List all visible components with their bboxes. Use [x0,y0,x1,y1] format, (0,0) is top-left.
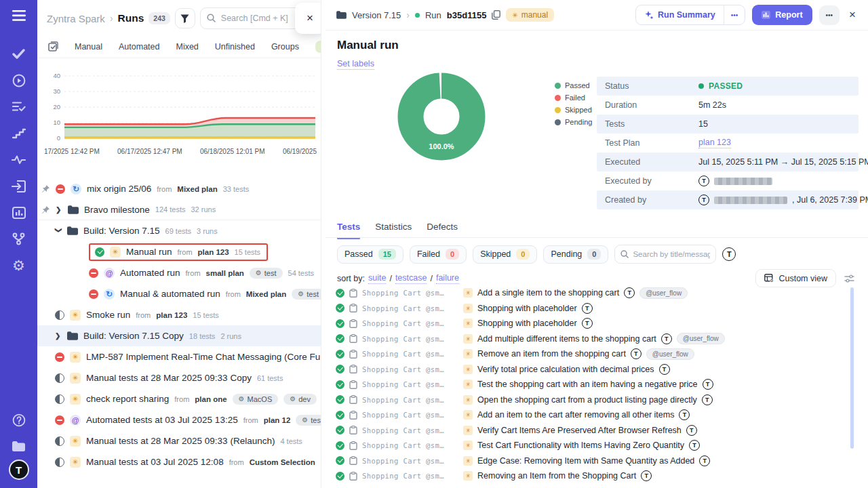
tab-automated[interactable]: Automated [119,42,159,52]
test-title[interactable]: Edge Case: Removing Item with Same Quant… [477,456,694,466]
tag-filter-chip[interactable]: tes [315,41,321,53]
filter-passed[interactable]: Passed15 [337,245,403,264]
run-plan[interactable]: plan 12 [264,416,291,424]
test-row[interactable]: Shopping Cart @sm… Shopping with placeho… [336,316,850,331]
test-title[interactable]: Open the shopping cart from a product li… [477,395,697,405]
chevron-right-icon[interactable]: ❯ [56,206,62,214]
steps-icon[interactable] [0,120,37,146]
suite-name[interactable]: Shopping Cart @sm… [362,441,458,449]
test-row[interactable]: Shopping Cart @sm… Test Cart Functionali… [336,438,850,453]
suite-name[interactable]: Shopping Cart @sm… [362,396,458,404]
suite-name[interactable]: Shopping Cart @sm… [362,426,458,434]
suite-name[interactable]: Shopping Cart @sm… [362,472,458,480]
test-tag[interactable]: @user_flow [677,333,725,344]
run-row-lmp-587[interactable]: LMP-587 Implement Real-Time Chat Messagi… [37,346,321,367]
test-row[interactable]: Shopping Cart @sm… Shopping with placeho… [336,301,850,317]
help-icon[interactable] [0,407,37,433]
test-title[interactable]: Test the shopping cart with an item havi… [477,380,698,389]
suite-name[interactable]: Shopping Cart @sm… [362,319,458,327]
filter-skipped[interactable]: Skipped0 [473,245,537,264]
test-plan-link[interactable]: plan 123 [698,138,731,148]
play-circle-icon[interactable] [0,67,37,94]
tab-manual[interactable]: Manual [75,42,102,52]
test-title[interactable]: Shopping with placeholder [477,319,577,328]
tab-mixed[interactable]: Mixed [176,42,198,52]
tab-groups[interactable]: Groups [271,42,299,52]
run-row-smoke-run[interactable]: Smoke run from plan 123 15 tests [37,304,321,325]
test-row[interactable]: Shopping Cart @sm… Verify Cart Items Are… [336,423,850,439]
filter-failed[interactable]: Failed0 [410,245,467,264]
run-row-manual-automated[interactable]: Manual & automated run from Mixed plan t… [37,283,321,304]
detail-close-button[interactable]: × [846,7,859,23]
test-row[interactable]: Shopping Cart @sm… Test the shopping car… [336,377,850,392]
report-button[interactable]: Report [752,5,812,25]
suite-name[interactable]: Shopping Cart @sm… [362,365,458,373]
run-group-build-715-copy[interactable]: ❯ Build: Version 7.15 Copy 18 tests 2 ru… [37,325,321,346]
run-group-bravo[interactable]: ❯ Bravo milestone 124 tests 32 runs [37,199,321,220]
set-labels-link[interactable]: Set labels [337,59,374,70]
custom-view-button[interactable]: ⚙ Custom view [755,269,836,287]
test-row[interactable]: Shopping Cart @sm… Verify total price ca… [336,362,850,378]
sort-suite-link[interactable]: suite [368,273,386,284]
run-plan[interactable]: plan one [195,395,226,403]
test-title[interactable]: Remove an item from the shopping cart [477,349,626,359]
sort-testcase-link[interactable]: testcase [395,273,427,284]
breadcrumb-project[interactable]: Zyntra Spark [47,13,105,24]
list-check-icon[interactable] [0,94,37,120]
branch-icon[interactable] [0,226,37,252]
test-row[interactable]: Shopping Cart @sm… Add a single item to … [336,285,850,301]
suite-name[interactable]: Shopping Cart @sm… [362,289,458,297]
breadcrumb-folder[interactable]: Version 7.15 [352,10,401,20]
test-title[interactable]: Verify Cart Items Are Preserved After Br… [477,426,682,435]
test-row[interactable]: Shopping Cart @sm… Remove an item from t… [336,346,850,362]
suite-name[interactable]: Shopping Cart @sm… [362,304,458,312]
settings-icon[interactable]: ⚙ [0,252,37,279]
run-row-automated-run[interactable]: Automated run from small plan test 54 te… [37,262,321,283]
test-title[interactable]: Add multiple different items to the shop… [477,334,656,344]
test-row[interactable]: Shopping Cart @sm… Open the shopping car… [336,392,850,408]
suite-name[interactable]: Shopping Cart @sm… [362,350,458,358]
activity-icon[interactable] [0,146,37,173]
run-plan[interactable]: Mixed plan [246,290,286,298]
test-title[interactable]: Removing an Item from the Shopping Cart [477,471,636,481]
tests-scrollbar[interactable] [850,287,854,449]
suite-name[interactable]: Shopping Cart @sm… [362,335,458,343]
chevron-right-icon[interactable]: ❯ [55,332,62,340]
test-row[interactable]: Shopping Cart @sm… Add an item to the ca… [336,407,850,423]
filter-pending[interactable]: Pending0 [543,245,608,264]
check-icon[interactable] [0,41,37,67]
run-summary-button[interactable]: Run Summary ••• [635,5,745,25]
bar-chart-icon[interactable] [0,199,37,226]
chevron-down-icon[interactable]: ❯ [55,228,62,235]
run-plan[interactable]: plan 123 [198,248,229,256]
run-summary-more-button[interactable]: ••• [724,5,745,24]
suite-name[interactable]: Shopping Cart @sm… [362,380,458,388]
more-button[interactable]: ••• [819,5,840,25]
import-run-icon[interactable] [0,173,37,199]
run-row-automated-tests[interactable]: Automated tests at 03 Jul 2025 13:25 fro… [37,409,321,430]
run-row-manual-run-selected[interactable]: Manual run from plan 123 15 tests [37,241,321,262]
suite-name[interactable]: Shopping Cart @sm… [362,411,458,419]
run-row-check-report-sharing[interactable]: check report sharing from plan one MacOS… [37,388,321,409]
panel-close-button[interactable]: × [295,3,321,34]
tests-search-input[interactable] [615,245,715,263]
sliders-icon[interactable] [844,274,854,283]
test-title[interactable]: Test Cart Functionality with Items Havin… [477,441,684,450]
select-all-icon[interactable] [48,41,58,52]
menu-icon[interactable] [0,0,37,31]
test-row[interactable]: Shopping Cart @sm… Removing an Item from… [336,468,850,484]
run-row-manual-tests-relaunch[interactable]: Manual tests at 28 Mar 2025 09:33 (Relau… [37,430,321,451]
run-row-manual-tests-custom[interactable]: Manual tests at 03 Jul 2025 12:08 from C… [37,451,321,472]
test-title[interactable]: Verify total price calculation with deci… [477,365,654,374]
assignee-avatar[interactable]: T [722,247,736,261]
sort-failure-link[interactable]: failure [436,273,459,284]
projects-folder-icon[interactable] [0,433,37,460]
test-title[interactable]: Add a single item to the shopping cart [477,288,619,298]
filter-button[interactable] [175,8,195,28]
test-row[interactable]: Shopping Cart @sm… Edge Case: Removing I… [336,453,850,469]
run-group-build-715[interactable]: ❯ Build: Version 7.15 69 tests 3 runs [37,220,321,241]
suite-name[interactable]: Shopping Cart @sm… [362,457,458,465]
run-plan[interactable]: Custom Selection [250,458,315,466]
run-plan[interactable]: small plan [206,269,244,277]
tab-unfinished[interactable]: Unfinished [215,42,255,52]
